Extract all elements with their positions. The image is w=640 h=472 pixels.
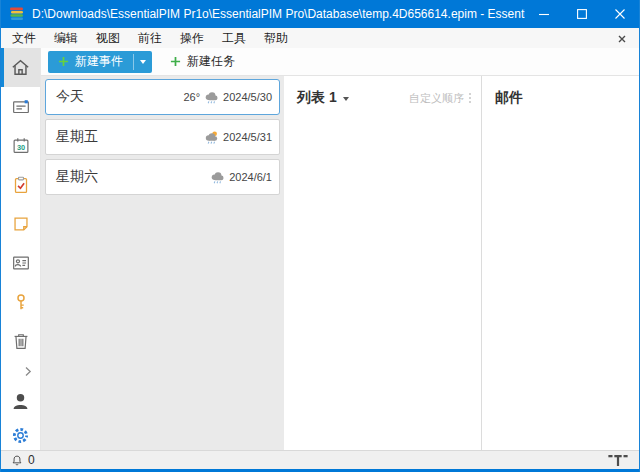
sort-order-label[interactable]: 自定义顺序 [409, 91, 464, 106]
menu-actions[interactable]: 操作 [171, 28, 213, 48]
mail-panel-title: 邮件 [495, 89, 631, 107]
menu-edit[interactable]: 编辑 [45, 28, 87, 48]
rain-cloud-icon [209, 169, 226, 185]
sidebar-item-passwords[interactable] [1, 282, 40, 321]
temperature: 26° [183, 91, 200, 103]
maximize-button[interactable] [563, 0, 601, 28]
small-close-icon [619, 36, 625, 42]
new-event-dropdown[interactable] [134, 51, 152, 73]
notes-icon [10, 213, 32, 235]
new-task-button[interactable]: 新建任务 [161, 51, 244, 73]
sidebar-expand-button[interactable] [1, 360, 40, 382]
notification-count: 0 [28, 453, 35, 467]
status-bar: 0 [1, 450, 639, 469]
new-event-label: 新建事件 [75, 53, 123, 70]
mail-panel: 邮件 [482, 76, 639, 450]
sun-rain-cloud-icon [203, 129, 220, 145]
toolbar: 新建事件 新建任务 [41, 48, 639, 76]
close-button[interactable] [601, 0, 639, 28]
grip-icon [607, 453, 629, 468]
plus-icon [58, 56, 69, 67]
trash-icon [10, 330, 32, 352]
maximize-icon [578, 10, 587, 19]
sidebar-item-tasks[interactable] [1, 165, 40, 204]
minimize-button[interactable] [525, 0, 563, 28]
day-card-saturday[interactable]: 星期六 2024/6/1 [45, 159, 280, 195]
menubar-close-button[interactable] [616, 33, 627, 44]
main-area: 新建事件 新建任务 [41, 48, 639, 450]
day-name: 星期五 [56, 128, 98, 146]
home-icon [9, 56, 32, 79]
chevron-down-icon [140, 60, 146, 64]
new-event-button[interactable]: 新建事件 [48, 51, 152, 73]
day-list-panel: 今天 26° 2024/5/30 星期五 [41, 76, 284, 450]
selected-indicator [1, 48, 4, 87]
window-title: D:\Downloads\EssentialPIM Pr1o\Essential… [32, 7, 525, 21]
menu-go[interactable]: 前往 [129, 28, 171, 48]
new-event-button-main[interactable]: 新建事件 [48, 51, 133, 73]
sidebar-item-settings[interactable] [1, 420, 40, 450]
notifications-bell-icon[interactable] [10, 453, 24, 468]
expand-chevron-icon [24, 366, 32, 377]
resize-grip[interactable] [607, 453, 629, 468]
app-window: D:\Downloads\EssentialPIM Pr1o\Essential… [0, 0, 640, 472]
sidebar-item-mail[interactable] [1, 87, 40, 126]
module-sidebar: 30 [1, 48, 41, 450]
menu-bar: 文件 编辑 视图 前往 操作 工具 帮助 [1, 28, 639, 48]
content-panels: 今天 26° 2024/5/30 星期五 [41, 76, 639, 450]
sidebar-item-calendar[interactable]: 30 [1, 126, 40, 165]
chevron-down-icon[interactable] [343, 97, 349, 101]
user-icon [9, 390, 32, 413]
essentialpim-logo-icon [9, 6, 25, 22]
sidebar-item-user[interactable] [1, 382, 40, 420]
menu-tools[interactable]: 工具 [213, 28, 255, 48]
contacts-icon [10, 252, 32, 274]
date: 2024/6/1 [229, 171, 272, 183]
rain-cloud-icon [203, 89, 220, 105]
close-icon [616, 10, 625, 19]
sidebar-item-today[interactable] [1, 48, 40, 87]
day-name: 今天 [56, 88, 84, 106]
todo-list-panel: 列表 1 自定义顺序 [284, 76, 482, 450]
plus-icon [170, 56, 181, 67]
date: 2024/5/31 [223, 131, 272, 143]
mail-icon [10, 96, 32, 118]
menu-file[interactable]: 文件 [3, 28, 45, 48]
list-title[interactable]: 列表 1 [297, 89, 337, 107]
day-card-friday[interactable]: 星期五 2024/5/31 [45, 119, 280, 155]
title-bar: D:\Downloads\EssentialPIM Pr1o\Essential… [1, 0, 639, 28]
calendar-icon: 30 [10, 135, 32, 157]
sidebar-item-trash[interactable] [1, 321, 40, 360]
tasks-icon [10, 174, 32, 196]
calendar-day-number: 30 [16, 143, 24, 152]
day-name: 星期六 [56, 168, 98, 186]
menu-view[interactable]: 视图 [87, 28, 129, 48]
menu-help[interactable]: 帮助 [255, 28, 297, 48]
passwords-icon [10, 291, 32, 313]
sidebar-item-contacts[interactable] [1, 243, 40, 282]
new-task-label: 新建任务 [187, 53, 235, 70]
settings-gear-icon [10, 425, 31, 446]
sort-options-icon[interactable] [469, 93, 471, 103]
date: 2024/5/30 [223, 91, 272, 103]
sidebar-item-notes[interactable] [1, 204, 40, 243]
day-card-today[interactable]: 今天 26° 2024/5/30 [45, 79, 280, 115]
